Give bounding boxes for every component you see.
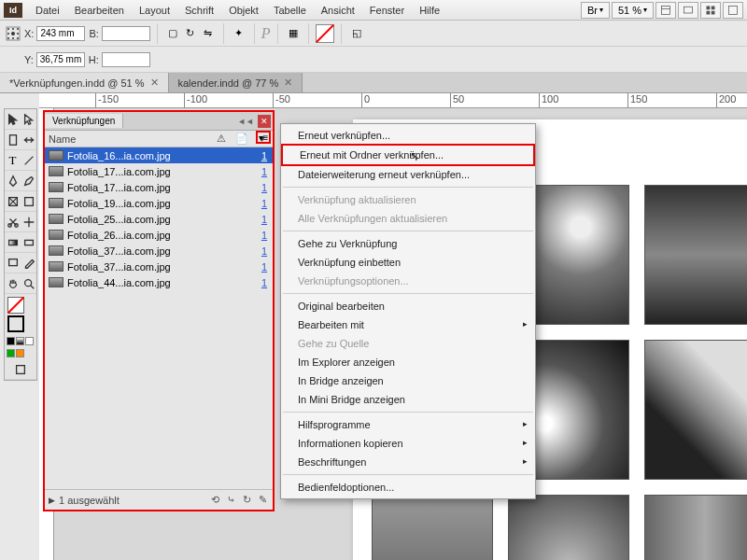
wrap-icon[interactable]: ▦ bbox=[285, 25, 302, 42]
context-menu-item[interactable]: Bearbeiten mit bbox=[281, 315, 535, 334]
view-options-icon[interactable] bbox=[655, 2, 676, 19]
eyedropper-tool[interactable] bbox=[21, 253, 36, 273]
update-link-icon[interactable]: ↻ bbox=[240, 494, 253, 507]
fill-swatch[interactable] bbox=[316, 24, 334, 43]
link-page-number[interactable]: 1 bbox=[256, 245, 273, 257]
note-tool[interactable] bbox=[5, 253, 21, 273]
menubar-item-objekt[interactable]: Objekt bbox=[221, 2, 266, 19]
selection-tool[interactable] bbox=[5, 109, 21, 130]
menubar-item-datei[interactable]: Datei bbox=[28, 2, 67, 19]
rotate-icon[interactable]: ↻ bbox=[182, 25, 199, 42]
rectangle-tool[interactable] bbox=[21, 191, 36, 212]
link-row[interactable]: Fotolia_37...ia.com.jpg1 bbox=[45, 243, 273, 259]
apply-gradient-icon[interactable] bbox=[16, 337, 24, 345]
zoom-dropdown[interactable]: 51 % ▾ bbox=[612, 2, 654, 19]
placed-image[interactable] bbox=[644, 340, 747, 480]
link-page-number[interactable]: 1 bbox=[256, 230, 273, 241]
h-input[interactable] bbox=[102, 52, 150, 67]
context-menu-item[interactable]: Verknüpfung einbetten bbox=[281, 253, 535, 272]
menubar-item-layout[interactable]: Layout bbox=[132, 2, 177, 19]
menubar-item-tabelle[interactable]: Tabelle bbox=[266, 2, 314, 19]
context-menu-item[interactable]: Erneut verknüpfen... bbox=[281, 126, 535, 145]
context-menu-item[interactable]: Informationen kopieren bbox=[281, 434, 535, 453]
gap-tool[interactable] bbox=[21, 130, 36, 150]
y-input[interactable] bbox=[36, 52, 85, 67]
link-page-number[interactable]: 1 bbox=[256, 166, 273, 177]
page-tool[interactable] bbox=[5, 130, 21, 150]
link-row[interactable]: Fotolia_19...ia.com.jpg1 bbox=[45, 195, 273, 211]
pencil-tool[interactable] bbox=[21, 171, 36, 191]
document-tab[interactable]: kalender.indd @ 77 %✕ bbox=[169, 73, 303, 92]
menubar-item-schrift[interactable]: Schrift bbox=[177, 2, 221, 19]
view-mode-tool[interactable] bbox=[5, 359, 36, 380]
apply-none-icon[interactable] bbox=[25, 337, 34, 345]
corner-icon[interactable]: ◱ bbox=[348, 25, 365, 42]
context-menu-item[interactable]: In Bridge anzeigen bbox=[281, 371, 535, 390]
arrange-icon[interactable] bbox=[700, 2, 721, 19]
context-menu-item[interactable]: Hilfsprogramme bbox=[281, 415, 535, 434]
close-icon[interactable]: ✕ bbox=[284, 77, 292, 89]
rectangle-frame-tool[interactable] bbox=[5, 191, 21, 212]
color-green-icon[interactable] bbox=[7, 349, 15, 357]
scissors-tool[interactable] bbox=[5, 212, 21, 232]
link-page-number[interactable]: 1 bbox=[256, 261, 273, 273]
relink-icon[interactable]: ⟲ bbox=[208, 494, 221, 507]
placed-image[interactable] bbox=[372, 495, 493, 560]
panel-collapse-icon[interactable]: ◄◄ bbox=[233, 117, 258, 126]
goto-link-icon[interactable]: ⤷ bbox=[224, 494, 237, 507]
line-tool[interactable] bbox=[21, 150, 36, 171]
context-menu-item[interactable]: Erneut mit Ordner verknüpfen...↖ bbox=[281, 144, 535, 166]
document-tab[interactable]: *Verknüpfungen.indd @ 51 %✕ bbox=[0, 73, 169, 92]
context-menu-item[interactable]: Bedienfeldoptionen... bbox=[281, 478, 535, 497]
link-row[interactable]: Fotolia_17...ia.com.jpg1 bbox=[45, 163, 273, 179]
context-menu-item[interactable]: Original bearbeiten bbox=[281, 297, 535, 315]
context-menu-item[interactable]: Beschriftungen bbox=[281, 453, 535, 471]
fill-stroke-swatches[interactable] bbox=[5, 294, 36, 335]
color-orange-icon[interactable] bbox=[16, 349, 24, 357]
stroke-color-swatch[interactable] bbox=[7, 315, 24, 332]
placed-image[interactable] bbox=[508, 495, 629, 560]
workspace-icon[interactable] bbox=[723, 2, 743, 19]
link-row[interactable]: Fotolia_25...ia.com.jpg1 bbox=[45, 211, 273, 227]
panel-close-button[interactable]: ✕ bbox=[258, 115, 271, 128]
scale-icon[interactable]: ▢ bbox=[164, 25, 181, 42]
flip-h-icon[interactable]: ⇋ bbox=[200, 25, 217, 42]
w-input[interactable] bbox=[102, 26, 150, 41]
type-tool[interactable]: T bbox=[5, 150, 21, 171]
links-panel-tab[interactable]: Verknüpfungen bbox=[45, 114, 123, 128]
screen-mode-icon[interactable] bbox=[678, 2, 698, 19]
menubar-item-bearbeiten[interactable]: Bearbeiten bbox=[67, 2, 132, 19]
link-page-number[interactable]: 1 bbox=[256, 198, 273, 209]
link-row[interactable]: Fotolia_26...ia.com.jpg1 bbox=[45, 227, 273, 243]
link-row[interactable]: Fotolia_37...ia.com.jpg1 bbox=[45, 259, 273, 274]
link-page-number[interactable]: 1 bbox=[256, 277, 273, 288]
menubar-item-ansicht[interactable]: Ansicht bbox=[314, 2, 362, 19]
apply-color-icon[interactable] bbox=[7, 337, 15, 345]
gradient-swatch-tool[interactable] bbox=[5, 232, 21, 253]
panel-menu-button[interactable]: ▾≡ bbox=[256, 131, 271, 144]
panel-expand-icon[interactable]: ▶ bbox=[49, 496, 55, 505]
close-icon[interactable]: ✕ bbox=[150, 77, 159, 89]
context-menu-item[interactable]: Im Explorer anzeigen bbox=[281, 353, 535, 371]
placed-image[interactable] bbox=[644, 185, 747, 325]
context-menu-item[interactable]: In Mini Bridge anzeigen bbox=[281, 390, 535, 409]
link-page-number[interactable]: 1 bbox=[256, 214, 273, 225]
links-col-name[interactable]: Name bbox=[45, 133, 211, 145]
placed-image[interactable] bbox=[644, 495, 747, 560]
link-page-number[interactable]: 1 bbox=[256, 150, 273, 161]
hand-tool[interactable] bbox=[5, 273, 21, 294]
link-row[interactable]: Fotolia_44...ia.com.jpg1 bbox=[45, 274, 273, 290]
edit-original-icon[interactable]: ✎ bbox=[256, 494, 269, 507]
pen-tool[interactable] bbox=[5, 171, 21, 191]
gradient-feather-tool[interactable] bbox=[21, 232, 36, 253]
context-menu-item[interactable]: Gehe zu Verknüpfung bbox=[281, 234, 535, 253]
transform-tool[interactable] bbox=[21, 212, 36, 232]
effects-icon[interactable]: ✦ bbox=[231, 25, 247, 42]
direct-selection-tool[interactable] bbox=[21, 109, 36, 130]
context-menu-item[interactable]: Dateierweiterung erneut verknüpfen... bbox=[281, 165, 535, 184]
link-page-number[interactable]: 1 bbox=[256, 182, 273, 193]
link-row[interactable]: Fotolia_17...ia.com.jpg1 bbox=[45, 179, 273, 195]
links-col-status-icon[interactable]: ⚠ bbox=[211, 133, 232, 145]
link-row[interactable]: Fotolia_16...ia.com.jpg1 bbox=[45, 147, 273, 163]
links-col-page-icon[interactable]: 📄 bbox=[232, 133, 252, 145]
